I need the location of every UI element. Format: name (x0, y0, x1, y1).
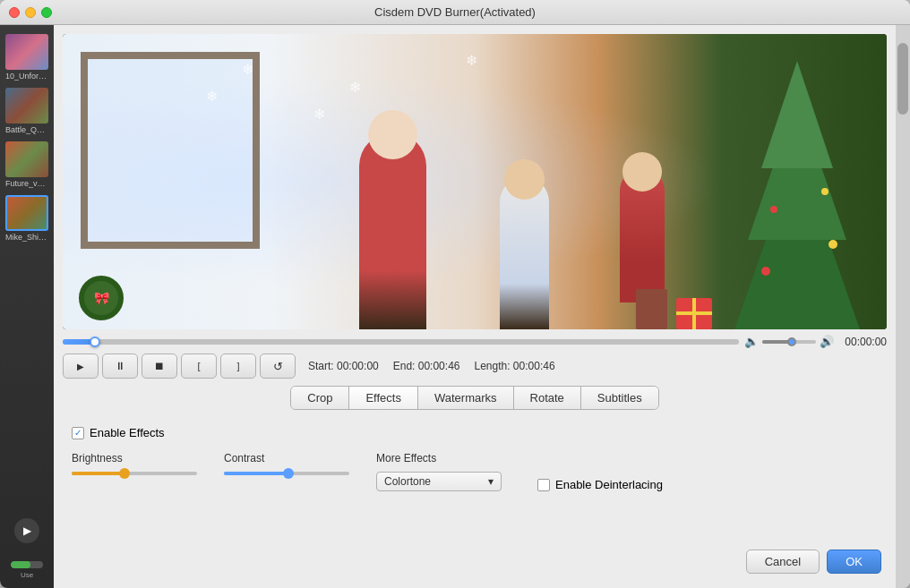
deinterlacing-checkbox[interactable] (537, 479, 550, 491)
brightness-handle[interactable] (119, 468, 130, 479)
dropdown-arrow-icon: ▾ (488, 475, 494, 488)
gift-1 (676, 298, 712, 329)
person-2 (500, 177, 549, 329)
progress-container: 🔈 🔊 00:00:00 (63, 335, 887, 348)
sidebar-play-button[interactable]: ▶ (14, 518, 39, 543)
sidebar: 10_Unforg... Battle_Qui... Future_vs_...… (0, 25, 54, 588)
contrast-control: Contrast (224, 452, 349, 475)
enable-effects-row: ✓ Enable Effects (72, 426, 878, 439)
snowflake-1: ❄ (242, 61, 253, 78)
sidebar-item-video-4[interactable]: Mike_Shin... (5, 195, 48, 242)
contrast-slider[interactable] (224, 472, 349, 475)
snowflake-3: ❄ (466, 52, 477, 69)
close-button[interactable] (9, 7, 20, 18)
end-time-value: 00:00:46 (418, 360, 460, 372)
brightness-slider[interactable] (72, 472, 197, 475)
mark-in-button[interactable]: [ (181, 354, 217, 379)
snowflake-5: ❄ (206, 88, 218, 105)
more-effects-row: More Effects Colortone ▾ Enable Deinterl… (376, 452, 663, 491)
deinterlacing-control: Enable Deinterlacing (537, 478, 663, 491)
scene-window (81, 52, 260, 249)
enable-effects-checkbox[interactable]: ✓ (72, 427, 84, 439)
thumb-label-3: Future_vs_... (5, 179, 48, 188)
mark-out-button[interactable]: ] (220, 354, 256, 379)
cancel-button[interactable]: Cancel (746, 550, 820, 574)
person-2-head (504, 159, 545, 200)
storage-indicator: Use (11, 561, 43, 579)
storage-fill (11, 561, 30, 568)
person-3 (620, 168, 665, 303)
sidebar-item-video-1[interactable]: 10_Unforg... (5, 34, 48, 81)
contrast-handle[interactable] (283, 468, 294, 479)
playback-area: 🔈 🔊 00:00:00 ▶ ⏸ ⏹ [ ] (63, 335, 887, 379)
editor-area: ❄ ❄ ❄ ❄ ❄ (54, 25, 896, 588)
contrast-fill (224, 472, 287, 475)
volume-handle[interactable] (787, 337, 796, 346)
tab-watermarks[interactable]: Watermarks (418, 387, 514, 409)
scrollbar-thumb[interactable] (897, 43, 908, 115)
window-title: Cisdem DVD Burner(Activated) (374, 5, 536, 19)
christmas-tree (725, 61, 869, 329)
video-scene: ❄ ❄ ❄ ❄ ❄ (63, 34, 887, 329)
volume-up-icon[interactable]: 🔊 (820, 335, 834, 348)
video-preview: ❄ ❄ ❄ ❄ ❄ (63, 34, 887, 329)
ok-button[interactable]: OK (827, 550, 881, 574)
gift-2 (636, 289, 667, 329)
colortone-dropdown[interactable]: Colortone ▾ (376, 472, 502, 491)
main-content: 10_Unforg... Battle_Qui... Future_vs_...… (0, 25, 910, 588)
main-window: Cisdem DVD Burner(Activated) 10_Unforg..… (0, 0, 910, 588)
contrast-label: Contrast (224, 452, 349, 464)
play-icon: ▶ (23, 524, 31, 537)
thumb-label-2: Battle_Qui... (5, 125, 48, 134)
thumbnail-1 (5, 34, 48, 70)
more-effects-label: More Effects (376, 452, 502, 464)
deinterlacing-label: Enable Deinterlacing (555, 478, 663, 491)
tab-effects[interactable]: Effects (349, 387, 418, 409)
thumb-label-4: Mike_Shin... (5, 233, 48, 242)
effects-controls: Brightness Contrast (72, 452, 878, 491)
volume-icon[interactable]: 🔈 (744, 335, 759, 348)
start-time-value: 00:00:00 (337, 360, 379, 372)
maximize-button[interactable] (41, 7, 52, 18)
reset-button[interactable]: ↺ (260, 354, 296, 379)
window-controls (9, 7, 52, 18)
length-label: Length: 00:00:46 (474, 360, 554, 372)
thumbnail-2 (5, 88, 48, 124)
brightness-label: Brightness (72, 452, 197, 464)
thumbnail-4 (5, 195, 48, 231)
sidebar-item-video-3[interactable]: Future_vs_... (5, 141, 48, 188)
thumbnail-3 (5, 141, 48, 177)
scrollbar[interactable] (896, 25, 910, 588)
effects-panel: ✓ Enable Effects Brightness (63, 417, 887, 500)
end-time-label: End: 00:00:46 (393, 360, 460, 372)
progress-handle[interactable] (90, 337, 100, 347)
person-1 (359, 132, 426, 329)
volume-bar[interactable] (762, 340, 816, 344)
minimize-button[interactable] (25, 7, 36, 18)
tab-rotate[interactable]: Rotate (514, 387, 581, 409)
enable-effects-label: Enable Effects (90, 426, 165, 439)
brightness-control: Brightness (72, 452, 197, 475)
sidebar-item-video-2[interactable]: Battle_Qui... (5, 88, 48, 134)
snowflake-2: ❄ (349, 79, 361, 96)
person-3-head (622, 152, 662, 192)
start-time-label: Start: 00:00:00 (308, 360, 379, 372)
current-time-display: 00:00:00 (845, 336, 887, 348)
play-button[interactable]: ▶ (63, 354, 99, 379)
storage-bar (11, 561, 43, 568)
tab-subtitles[interactable]: Subtitles (581, 387, 658, 409)
snowflake-4: ❄ (313, 106, 325, 123)
pause-button[interactable]: ⏸ (102, 354, 138, 379)
volume-area: 🔈 🔊 (744, 335, 834, 348)
stop-button[interactable]: ⏹ (142, 354, 177, 379)
storage-label: Use (21, 571, 33, 579)
tabs-row: Crop Effects Watermarks Rotate Subtitles (290, 386, 658, 410)
titlebar: Cisdem DVD Burner(Activated) (0, 0, 910, 25)
more-effects-control: More Effects Colortone ▾ (376, 452, 502, 491)
time-info: Start: 00:00:00 End: 00:00:46 Length: 00… (308, 360, 555, 372)
wreath: 🎀 (79, 276, 124, 320)
progress-bar[interactable] (63, 339, 739, 345)
controls-row: ▶ ⏸ ⏹ [ ] ↺ Start: 00:00:00 End: 00:00:4… (63, 354, 887, 379)
tab-crop[interactable]: Crop (291, 387, 349, 409)
brightness-fill (72, 472, 122, 475)
